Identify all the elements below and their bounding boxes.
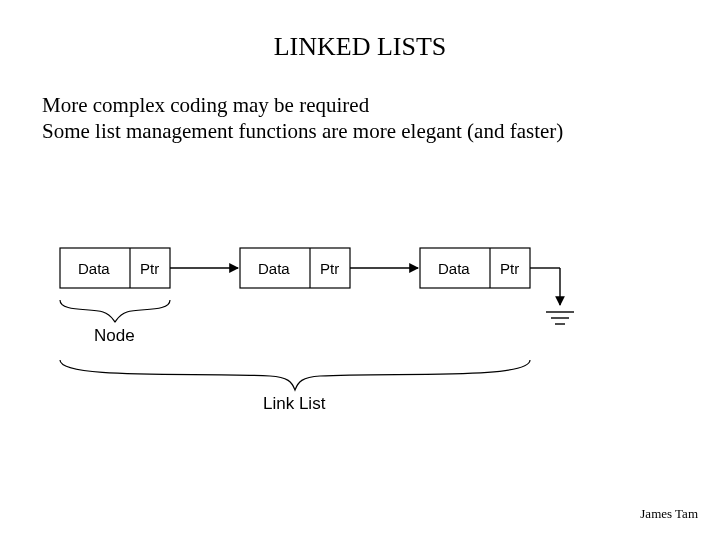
node3-ptr-label: Ptr [500, 260, 519, 277]
node2-data-label: Data [258, 260, 290, 277]
node1-ptr-label: Ptr [140, 260, 159, 277]
node3-data-label: Data [438, 260, 470, 277]
linklist-label: Link List [263, 394, 325, 414]
footer-author: James Tam [640, 506, 698, 522]
node2-ptr-label: Ptr [320, 260, 339, 277]
node-label: Node [94, 326, 135, 346]
node1-data-label: Data [78, 260, 110, 277]
